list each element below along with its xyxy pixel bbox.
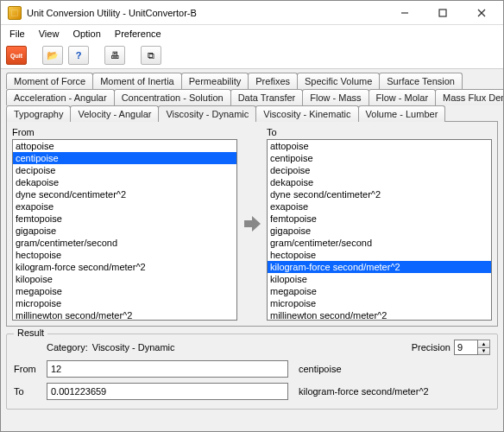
menu-preference[interactable]: Preference <box>115 29 161 39</box>
category-value: Viscosity - Dynamic <box>92 342 175 353</box>
list-item[interactable]: decipoise <box>268 164 491 176</box>
to-label: To <box>267 127 492 137</box>
arrow-icon <box>241 127 263 321</box>
list-item[interactable]: gram/centimeter/second <box>268 237 491 249</box>
category-tabs: Moment of ForceMoment of InertiaPermeabi… <box>6 73 498 122</box>
list-item[interactable]: exapoise <box>13 200 236 213</box>
list-item[interactable]: centipoise <box>13 152 236 164</box>
list-item[interactable]: exapoise <box>268 200 491 213</box>
list-item[interactable]: femtopoise <box>268 213 491 225</box>
app-icon <box>8 6 22 20</box>
tab-flow-mass[interactable]: Flow - Mass <box>302 89 369 105</box>
tab-volume-lumber[interactable]: Volume - Lumber <box>358 105 446 122</box>
result-from-label: From <box>14 364 40 374</box>
tab-viscosity-dynamic[interactable]: Viscosity - Dynamic <box>158 105 256 122</box>
precision-spinner[interactable]: ▲ ▼ <box>478 340 490 355</box>
tab-acceleration-angular[interactable]: Acceleration - Angular <box>6 89 115 105</box>
tab-surface-tension[interactable]: Surface Tension <box>379 73 463 89</box>
menu-file[interactable]: File <box>9 29 25 39</box>
menu-view[interactable]: View <box>39 29 60 39</box>
tab-moment-of-inertia[interactable]: Moment of Inertia <box>92 73 182 89</box>
tab-specific-volume[interactable]: Specific Volume <box>297 73 380 89</box>
result-from-input[interactable] <box>47 360 288 378</box>
result-group: Result Category: Viscosity - Dynamic Pre… <box>6 334 498 410</box>
chevron-down-icon[interactable]: ▼ <box>478 348 489 355</box>
list-item[interactable]: hectopoise <box>13 249 236 261</box>
tab-typography[interactable]: Typography <box>6 105 71 122</box>
precision-label: Precision <box>412 342 450 353</box>
copy-icon: ⧉ <box>148 50 154 61</box>
tab-viscosity-kinematic[interactable]: Viscosity - Kinematic <box>255 105 358 122</box>
tab-permeability[interactable]: Permeability <box>181 73 249 89</box>
list-item[interactable]: gigapoise <box>13 225 236 237</box>
list-item[interactable]: dekapoise <box>13 176 236 188</box>
quit-button[interactable]: Quit <box>6 46 27 65</box>
list-item[interactable]: megapoise <box>13 285 236 297</box>
from-label: From <box>12 127 237 137</box>
window-title: Unit Conversion Utility - UnitConvertor-… <box>27 8 386 18</box>
open-button[interactable]: 📂 <box>42 46 63 65</box>
list-item[interactable]: centipoise <box>268 152 491 164</box>
list-item[interactable]: decipoise <box>13 164 236 176</box>
list-item[interactable]: gigapoise <box>268 225 491 237</box>
close-button[interactable] <box>462 1 501 25</box>
tab-prefixes[interactable]: Prefixes <box>248 73 298 89</box>
tab-velocity-angular[interactable]: Velocity - Angular <box>70 105 159 122</box>
svg-rect-1 <box>439 10 446 16</box>
toolbar: Quit 📂 ? 🖶 ⧉ <box>1 42 503 69</box>
list-item[interactable]: micropoise <box>13 297 236 309</box>
copy-button[interactable]: ⧉ <box>141 46 161 65</box>
result-to-label: To <box>14 386 40 397</box>
menu-option[interactable]: Option <box>72 29 100 39</box>
result-legend: Result <box>14 327 47 338</box>
list-item[interactable]: kilopoise <box>268 273 491 285</box>
list-item[interactable]: attopoise <box>268 140 491 152</box>
list-item[interactable]: hectopoise <box>268 249 491 261</box>
chevron-up-icon[interactable]: ▲ <box>478 340 489 348</box>
list-item[interactable]: millinewton second/meter^2 <box>13 309 236 321</box>
list-item[interactable]: dekapoise <box>268 176 491 188</box>
tab-flow-molar[interactable]: Flow - Molar <box>369 89 437 105</box>
help-button[interactable]: ? <box>68 46 89 65</box>
tab-concentration-solution[interactable]: Concentration - Solution <box>114 89 231 105</box>
list-item[interactable]: attopoise <box>13 140 236 152</box>
from-listbox[interactable]: attopoisecentipoisedecipoisedekapoisedyn… <box>12 139 237 321</box>
list-item[interactable]: kilogram-force second/meter^2 <box>13 261 236 273</box>
tab-mass-flux-density[interactable]: Mass Flux Density <box>435 89 504 105</box>
minimize-button[interactable] <box>386 1 424 25</box>
print-button[interactable]: 🖶 <box>104 46 125 65</box>
list-item[interactable]: kilogram-force second/meter^2 <box>268 261 491 273</box>
titlebar: Unit Conversion Utility - UnitConvertor-… <box>1 1 503 25</box>
result-to-unit: kilogram-force second/meter^2 <box>295 386 490 397</box>
list-item[interactable]: dyne second/centimeter^2 <box>268 188 491 200</box>
print-icon: 🖶 <box>110 50 120 60</box>
list-item[interactable]: kilopoise <box>13 273 236 285</box>
result-from-unit: centipoise <box>295 364 490 374</box>
precision-input[interactable] <box>454 340 478 355</box>
category-label: Category: <box>47 342 88 353</box>
to-listbox[interactable]: attopoisecentipoisedecipoisedekapoisedyn… <box>267 139 492 321</box>
tab-moment-of-force[interactable]: Moment of Force <box>6 73 93 89</box>
list-item[interactable]: micropoise <box>268 297 491 309</box>
result-to-input[interactable] <box>47 383 288 400</box>
maximize-button[interactable] <box>424 1 462 25</box>
tab-panel: From attopoisecentipoisedecipoisedekapoi… <box>6 121 498 327</box>
list-item[interactable]: dyne second/centimeter^2 <box>13 188 236 200</box>
list-item[interactable]: millinewton second/meter^2 <box>268 309 491 321</box>
help-icon: ? <box>76 50 82 60</box>
tab-data-transfer[interactable]: Data Transfer <box>230 89 304 105</box>
open-icon: 📂 <box>47 50 59 61</box>
content-area: Moment of ForceMoment of InertiaPermeabi… <box>1 69 503 415</box>
list-item[interactable]: megapoise <box>268 285 491 297</box>
list-item[interactable]: gram/centimeter/second <box>13 237 236 249</box>
list-item[interactable]: femtopoise <box>13 213 236 225</box>
menubar: File View Option Preference <box>1 25 503 42</box>
